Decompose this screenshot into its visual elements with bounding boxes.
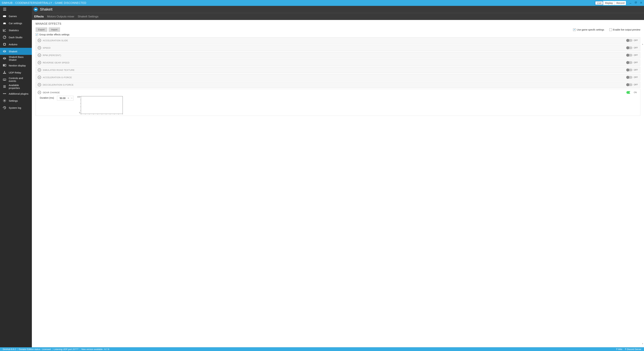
live-label: Live: [597, 2, 602, 4]
sidebar-item-additional-plugins[interactable]: Additional plugins: [0, 90, 32, 97]
replay-button[interactable]: Replay: [603, 1, 614, 5]
scroll-up-icon[interactable]: ▴: [642, 43, 643, 45]
sidebar-item-statistics[interactable]: Statistics: [0, 27, 32, 34]
svg-point-7: [4, 24, 4, 25]
history-icon: [3, 106, 6, 110]
discord-label: Discord Server: [627, 348, 641, 350]
wiki-link[interactable]: ?Wiki: [615, 348, 624, 350]
toggle-state: OFF: [634, 39, 638, 42]
close-button[interactable]: [640, 2, 642, 4]
enable-live-preview-checkbox[interactable]: Enable live output preview: [609, 28, 640, 31]
tab-shakeit-settings[interactable]: ShakeIt Settings: [78, 15, 98, 18]
expand-button[interactable]: [38, 68, 41, 72]
sidebar-item-shakeit-bass[interactable]: ShakeIt Bass Shaker: [0, 55, 32, 62]
sidebar-item-label: Dash Studio: [9, 36, 22, 39]
toggle-state: OFF: [634, 54, 638, 56]
live-button[interactable]: Live: [595, 1, 603, 5]
sidebar-item-udp-relay[interactable]: UDP Relay: [0, 69, 32, 76]
scrollbar[interactable]: ▴ ▾: [642, 43, 643, 344]
use-game-specific-checkbox[interactable]: Use game specifc settings: [573, 28, 604, 31]
sidebar-item-label: Controls and events: [9, 77, 29, 82]
duration-input[interactable]: [57, 97, 66, 100]
effect-label: ACCELERATION G-FORCE: [43, 76, 625, 79]
sidebar-item-available-properties[interactable]: Available properties: [0, 83, 32, 90]
sidebar-item-label: UDP Relay: [9, 71, 21, 74]
discord-link[interactable]: ?Discord Server: [624, 348, 643, 350]
checkbox-icon: [36, 33, 38, 36]
record-button[interactable]: Record: [614, 1, 626, 5]
svg-point-19: [4, 93, 5, 94]
effect-toggle[interactable]: OFF: [626, 76, 638, 79]
page-title: ShakeIt: [40, 7, 52, 12]
sidebar-item-label: Available properties: [9, 84, 29, 89]
effect-label: REVERSE GEAR SPEED: [43, 61, 625, 64]
effect-toggle[interactable]: OFF: [626, 69, 638, 71]
effect-toggle[interactable]: ON: [626, 91, 638, 94]
effect-row: DECCELERATION G-FORCE OFF: [36, 82, 640, 88]
gamepad-icon: [3, 14, 6, 18]
tabs: Effects Motors Outputs mixer ShakeIt Set…: [32, 13, 644, 20]
effect-label: ACCELERATION SLIDE: [43, 39, 625, 42]
svg-rect-12: [4, 65, 5, 66]
expand-button[interactable]: [38, 39, 41, 42]
toggle-state: OFF: [634, 76, 638, 79]
duration-stepper[interactable]: + −: [57, 96, 74, 101]
expand-button[interactable]: [38, 61, 41, 64]
effect-label: DECCELERATION G-FORCE: [43, 84, 625, 86]
content-header: ShakeIt: [32, 6, 644, 13]
sidebar-item-games[interactable]: Games: [0, 13, 32, 20]
effect-toggle[interactable]: OFF: [626, 83, 638, 86]
effect-toggle[interactable]: OFF: [626, 61, 638, 64]
chart-ymax: 100: [76, 96, 80, 98]
duration-label: Duration (ms): [40, 96, 54, 99]
expand-button[interactable]: [38, 83, 41, 86]
effect-toggle[interactable]: OFF: [626, 54, 638, 57]
effect-row: RPM (PERCENT) OFF: [36, 52, 640, 58]
sidebar-item-settings[interactable]: Settings: [0, 97, 32, 104]
record-label: Record: [616, 2, 624, 4]
minus-icon[interactable]: −: [70, 96, 73, 101]
tab-effects[interactable]: Effects: [34, 15, 44, 18]
sidebar-item-car-settings[interactable]: Car settings: [0, 20, 32, 27]
sidebar-item-label: Additional plugins: [9, 92, 28, 95]
import-button[interactable]: Import: [49, 27, 60, 32]
svg-point-21: [4, 100, 5, 101]
sidebar-item-shakeit[interactable]: ShakeIt: [0, 48, 32, 55]
hamburger-button[interactable]: [0, 6, 32, 13]
gamepad-icon: [34, 7, 38, 12]
status-udp: Listening UDP port 20777: [52, 348, 80, 350]
section-title: MANAGE EFFECTS: [36, 22, 640, 25]
scroll-down-icon[interactable]: ▾: [642, 343, 643, 344]
effect-row: ACCELERATION G-FORCE OFF: [36, 74, 640, 81]
collapse-button[interactable]: [38, 91, 41, 94]
sidebar-item-arduino[interactable]: Arduino: [0, 41, 32, 48]
sidebar-item-dash-studio[interactable]: Dash Studio: [0, 34, 32, 41]
checkbox-label: Enable live output preview: [613, 28, 640, 31]
statusbar: SimHub 6.6.2 Donator Edition status : Li…: [0, 347, 644, 351]
content-body: MANAGE EFFECTS Export Import Use game sp…: [32, 20, 644, 347]
tab-motors-outputs-mixer[interactable]: Motors Outputs mixer: [47, 15, 74, 18]
sidebar-item-nextion[interactable]: Nextion display: [0, 62, 32, 69]
status-version: SimHub 6.6.2: [1, 348, 18, 350]
export-button[interactable]: Export: [36, 27, 47, 32]
wiki-label: Wiki: [618, 348, 622, 350]
plus-icon[interactable]: +: [66, 96, 70, 101]
effect-toggle[interactable]: OFF: [626, 39, 638, 42]
expand-button[interactable]: [38, 54, 41, 57]
window-title: SIMHUB - CODEMASTERSDIRTRALLY - GAME DIS…: [2, 2, 595, 5]
expand-button[interactable]: [38, 76, 41, 79]
maximize-button[interactable]: [634, 2, 637, 4]
expand-button[interactable]: [38, 46, 41, 50]
sidebar-item-controls-events[interactable]: Controls and events: [0, 76, 32, 83]
effect-toggle[interactable]: OFF: [626, 47, 638, 49]
svg-point-8: [5, 24, 6, 25]
effect-label: RPM (PERCENT): [43, 54, 625, 57]
gear-icon: [3, 99, 6, 103]
effect-label: SPEED: [43, 47, 625, 49]
minimize-button[interactable]: [629, 2, 632, 4]
svg-rect-10: [4, 44, 6, 45]
checkbox-icon: [573, 28, 576, 31]
sidebar-item-system-log[interactable]: System log: [0, 104, 32, 111]
group-similar-checkbox[interactable]: Group similar effects settings: [36, 33, 640, 36]
checkbox-icon: [609, 28, 612, 31]
